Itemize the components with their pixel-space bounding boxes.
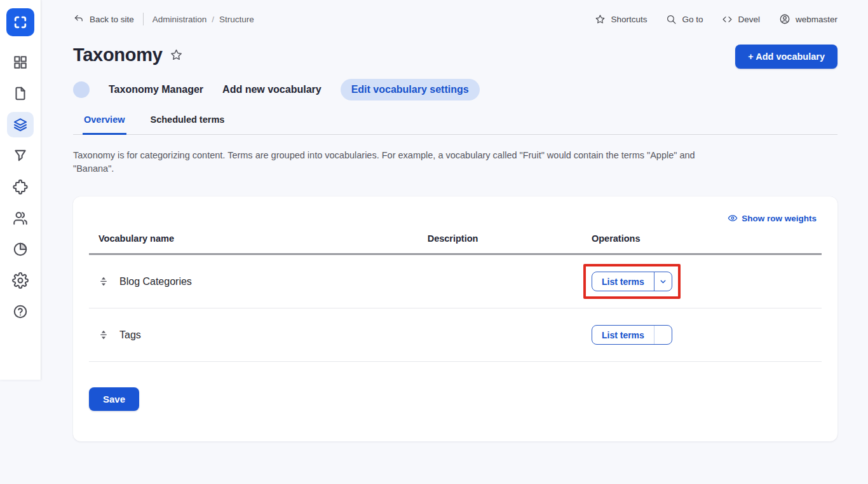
user-icon xyxy=(779,13,790,25)
dashboard-grid-icon xyxy=(12,54,29,71)
sidebar-item-reports[interactable] xyxy=(7,237,34,262)
star-icon xyxy=(595,14,606,25)
add-vocabulary-button[interactable]: + Add vocabulary xyxy=(735,45,837,69)
sidebar-item-configuration[interactable] xyxy=(7,268,34,293)
configuration-gear-icon xyxy=(12,272,29,289)
sidebar-nav xyxy=(7,50,34,324)
reports-pie-icon xyxy=(12,241,29,258)
vocabulary-table: Vocabulary name Description Operations xyxy=(89,233,822,362)
sidebar-item-help[interactable] xyxy=(7,299,34,324)
add-vocabulary-label: Add vocabulary xyxy=(756,52,825,62)
shortcuts-button[interactable]: Shortcuts xyxy=(595,14,647,25)
main-content: Back to site Administration / Structure … xyxy=(41,0,868,441)
vocabulary-description xyxy=(428,308,592,362)
vocabulary-name: Blog Categories xyxy=(119,276,192,287)
search-icon xyxy=(666,14,677,25)
breadcrumb-structure[interactable]: Structure xyxy=(219,15,254,24)
extend-puzzle-icon xyxy=(12,179,29,195)
topbar-actions: Shortcuts Go to Devel xyxy=(595,13,837,25)
page-header: Taxonomy + Add vocabulary xyxy=(73,45,837,69)
column-header-vocabulary-name: Vocabulary name xyxy=(89,233,428,254)
breadcrumb-divider xyxy=(143,13,144,25)
list-terms-split-button: List terms xyxy=(592,272,672,291)
show-row-weights-label: Show row weights xyxy=(742,214,817,223)
show-row-weights-link[interactable]: Show row weights xyxy=(728,213,817,223)
back-to-site-link[interactable]: Back to site xyxy=(73,13,134,25)
code-icon xyxy=(722,14,733,25)
people-users-icon xyxy=(12,210,29,226)
column-header-operations: Operations xyxy=(592,233,822,254)
sidebar-item-dashboard[interactable] xyxy=(7,50,34,75)
shortcuts-label: Shortcuts xyxy=(611,15,647,24)
tab-add-new-vocabulary[interactable]: Add new vocabulary xyxy=(222,79,322,100)
breadcrumb-separator: / xyxy=(212,15,214,24)
vocabulary-description xyxy=(428,254,592,308)
site-logo[interactable] xyxy=(6,8,34,36)
sidebar-item-content[interactable] xyxy=(7,81,34,106)
page-description: Taxonomy is for categorizing content. Te… xyxy=(73,149,718,176)
admin-sidebar xyxy=(0,0,41,380)
favorite-star-icon[interactable] xyxy=(170,48,183,62)
user-label: webmaster xyxy=(796,15,837,24)
save-button[interactable]: Save xyxy=(89,387,139,411)
tab-scheduled-terms[interactable]: Scheduled terms xyxy=(149,109,226,135)
table-row-tags: Tags List terms xyxy=(89,308,822,362)
table-row-blog-categories: Blog Categories List terms xyxy=(89,254,822,308)
tab-taxonomy-manager[interactable]: Taxonomy Manager xyxy=(109,79,203,100)
go-to-button[interactable]: Go to xyxy=(666,14,703,25)
sidebar-item-structure[interactable] xyxy=(7,112,34,137)
back-to-site-label: Back to site xyxy=(90,15,134,24)
sidebar-item-people[interactable] xyxy=(7,205,34,231)
list-terms-button[interactable]: List terms xyxy=(592,272,654,291)
breadcrumb: Back to site Administration / Structure xyxy=(73,13,254,25)
go-to-label: Go to xyxy=(682,15,703,24)
sidebar-item-extend[interactable] xyxy=(7,174,34,200)
back-arrow-icon xyxy=(73,13,85,25)
column-header-description: Description xyxy=(428,233,592,254)
tab-overview[interactable]: Overview xyxy=(83,109,126,135)
breadcrumb-administration[interactable]: Administration xyxy=(153,15,207,24)
drag-handle-icon[interactable] xyxy=(98,329,109,340)
sidebar-item-appearance[interactable] xyxy=(7,143,34,169)
user-menu-button[interactable]: webmaster xyxy=(779,13,837,25)
appearance-funnel-icon xyxy=(12,148,29,164)
operations-dropdown-toggle[interactable] xyxy=(654,326,672,344)
tab-edit-vocabulary-settings[interactable]: Edit vocabulary settings xyxy=(341,79,480,100)
list-terms-button[interactable]: List terms xyxy=(592,326,654,344)
page-title: Taxonomy xyxy=(73,45,162,66)
chevron-down-icon xyxy=(659,277,667,286)
content-file-icon xyxy=(12,85,29,102)
topbar: Back to site Administration / Structure … xyxy=(73,0,837,38)
eye-icon xyxy=(728,213,738,223)
vocabulary-card: Show row weights Vocabulary name Descrip… xyxy=(73,197,837,441)
devel-label: Devel xyxy=(738,15,760,24)
help-question-icon xyxy=(12,303,29,320)
tab-indicator-circle xyxy=(73,81,90,98)
list-terms-split-button: List terms xyxy=(592,325,672,345)
primary-tabs: Overview Scheduled terms xyxy=(73,109,837,135)
plus-icon: + xyxy=(748,52,753,62)
highlight-box: List terms xyxy=(583,264,681,299)
devel-button[interactable]: Devel xyxy=(722,14,760,25)
operations-dropdown-toggle[interactable] xyxy=(654,272,672,291)
vocabulary-name: Tags xyxy=(119,329,141,341)
secondary-tabs: Taxonomy Manager Add new vocabulary Edit… xyxy=(73,79,837,100)
frame-logo-icon xyxy=(12,14,29,31)
structure-layers-icon xyxy=(12,116,29,133)
drag-handle-icon[interactable] xyxy=(98,276,109,287)
